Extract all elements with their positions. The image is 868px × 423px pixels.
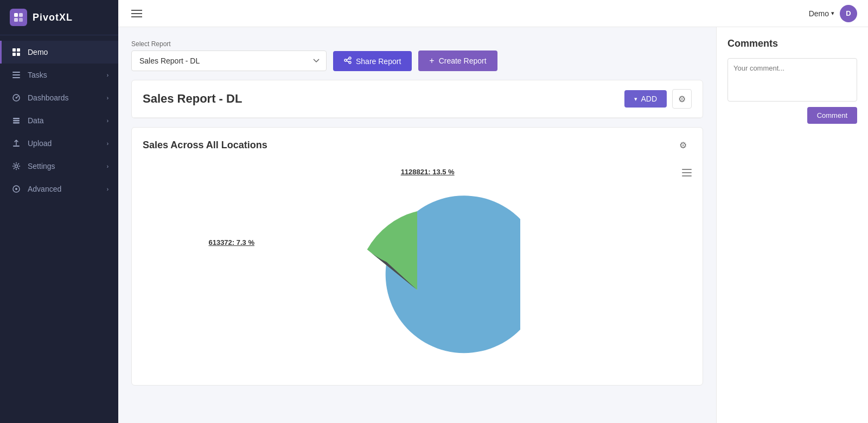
chart-gear-icon: ⚙ <box>679 140 687 150</box>
plus-icon: + <box>429 56 434 66</box>
svg-rect-9 <box>12 74 20 75</box>
data-icon <box>11 116 21 125</box>
sidebar-item-label-dashboards: Dashboards <box>28 93 69 102</box>
svg-rect-7 <box>17 53 20 56</box>
sidebar-item-demo[interactable]: Demo <box>0 41 118 64</box>
sidebar-item-label-data: Data <box>28 116 44 125</box>
svg-rect-5 <box>17 48 20 52</box>
svg-line-24 <box>347 61 349 62</box>
comments-panel: Comments Comment <box>716 27 868 423</box>
share-report-button[interactable]: Share Report <box>333 51 412 71</box>
grid-icon <box>11 47 21 57</box>
pie-label-1: 1128821: 13.5 % <box>401 168 455 176</box>
select-report-row: Select Report Sales Report - DL <box>131 40 703 71</box>
svg-rect-1 <box>19 13 23 17</box>
select-report-label: Select Report <box>131 40 327 48</box>
user-name-label[interactable]: Demo ▾ <box>809 9 834 18</box>
sidebar-item-upload[interactable]: Upload › <box>0 132 118 155</box>
topbar-left <box>129 8 144 20</box>
report-select[interactable]: Sales Report - DL <box>131 50 327 71</box>
chevron-right-icon-6: › <box>107 186 108 192</box>
pie-chart-container: 1128821: 13.5 % 613372: 7.3 % <box>143 168 692 374</box>
settings-icon <box>11 161 21 171</box>
svg-point-17 <box>15 165 18 168</box>
svg-rect-13 <box>13 118 20 119</box>
comment-submit-button[interactable]: Comment <box>807 107 857 124</box>
svg-line-23 <box>347 59 349 60</box>
sidebar-item-label-demo: Demo <box>28 48 48 56</box>
chevron-right-icon-4: › <box>107 141 108 147</box>
svg-point-22 <box>349 61 351 64</box>
chart-header: Sales Across All Locations ⚙ <box>132 128 703 162</box>
content-area: Select Report Sales Report - DL <box>118 27 868 423</box>
svg-point-19 <box>15 188 17 190</box>
svg-rect-10 <box>12 77 20 78</box>
chart-section: Sales Across All Locations ⚙ 112 <box>131 127 703 386</box>
svg-point-12 <box>16 97 17 99</box>
chevron-right-icon-5: › <box>107 163 108 169</box>
avatar[interactable]: D <box>840 5 857 22</box>
sidebar-item-label-tasks: Tasks <box>28 71 47 79</box>
dashboards-icon <box>11 93 21 103</box>
chevron-right-icon-2: › <box>107 95 108 101</box>
add-button[interactable]: ▾ ADD <box>624 90 667 108</box>
sidebar-item-settings[interactable]: Settings › <box>0 155 118 178</box>
pie-chart-svg <box>314 184 520 374</box>
svg-rect-8 <box>12 72 20 73</box>
sidebar: PivotXL Demo <box>0 0 118 423</box>
chevron-right-icon-3: › <box>107 118 108 124</box>
topbar: Demo ▾ D <box>118 0 868 27</box>
report-title: Sales Report - DL <box>143 92 242 106</box>
svg-rect-6 <box>12 53 16 56</box>
svg-point-21 <box>344 59 347 61</box>
gear-icon: ⚙ <box>678 94 686 104</box>
svg-rect-2 <box>14 18 18 22</box>
report-card: Sales Report - DL ▾ ADD ⚙ <box>131 80 703 118</box>
chevron-down-icon: ▾ <box>831 10 834 17</box>
svg-rect-4 <box>12 48 16 52</box>
comment-input[interactable] <box>727 58 857 102</box>
advanced-icon <box>11 184 21 194</box>
main-panel: Select Report Sales Report - DL <box>118 27 716 423</box>
tasks-icon <box>11 70 21 80</box>
svg-rect-15 <box>13 122 20 124</box>
topbar-right: Demo ▾ D <box>809 5 857 22</box>
comments-title: Comments <box>727 38 857 49</box>
sidebar-item-label-advanced: Advanced <box>28 185 61 193</box>
report-card-header: Sales Report - DL ▾ ADD ⚙ <box>132 80 703 118</box>
svg-rect-0 <box>14 13 18 17</box>
dropdown-arrow-icon: ▾ <box>634 96 637 103</box>
sidebar-item-label-settings: Settings <box>28 162 55 171</box>
sidebar-item-advanced[interactable]: Advanced › <box>0 178 118 200</box>
logo-text: PivotXL <box>33 12 73 23</box>
sidebar-item-data[interactable]: Data › <box>0 109 118 132</box>
logo-icon <box>10 9 27 26</box>
menu-toggle-button[interactable] <box>129 8 144 20</box>
logo-area: PivotXL <box>0 0 118 35</box>
sidebar-nav: Demo Tasks › <box>0 35 118 423</box>
svg-point-20 <box>349 57 351 59</box>
select-report-group: Select Report Sales Report - DL <box>131 40 327 71</box>
sidebar-item-tasks[interactable]: Tasks › <box>0 64 118 86</box>
chart-settings-button[interactable]: ⚙ <box>674 136 692 154</box>
chart-title: Sales Across All Locations <box>143 140 267 151</box>
report-settings-button[interactable]: ⚙ <box>672 89 692 109</box>
sidebar-item-dashboards[interactable]: Dashboards › <box>0 86 118 109</box>
pie-label-2: 613372: 7.3 % <box>208 238 254 247</box>
sidebar-item-label-upload: Upload <box>28 139 52 148</box>
main-area: Demo ▾ D Select Report Sales Report - DL <box>118 0 868 423</box>
create-report-button[interactable]: + Create Report <box>418 50 497 71</box>
svg-rect-14 <box>13 120 20 122</box>
svg-rect-3 <box>19 18 23 22</box>
report-header-right: ▾ ADD ⚙ <box>624 89 692 109</box>
svg-rect-16 <box>13 146 20 147</box>
chart-body: 1128821: 13.5 % 613372: 7.3 % <box>132 162 703 385</box>
upload-icon <box>11 138 21 148</box>
share-icon <box>344 56 352 66</box>
chevron-right-icon: › <box>107 72 108 78</box>
